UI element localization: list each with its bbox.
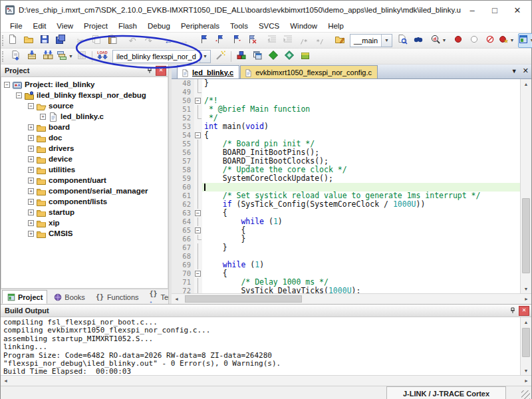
editor-tab[interactable]: led_blinky.c — [177, 65, 239, 78]
select-software-packs-button[interactable] — [265, 49, 281, 64]
chevron-down-icon[interactable]: ▼ — [530, 38, 532, 43]
tree-expander[interactable]: + — [28, 167, 34, 173]
paste-button[interactable] — [104, 33, 120, 48]
fold-collapse-icon[interactable]: − — [195, 210, 201, 216]
tree-item[interactable]: +xip — [1, 217, 168, 228]
manage-books-button[interactable] — [297, 49, 313, 64]
undo-button[interactable]: ↶ — [124, 33, 140, 48]
tree-expander[interactable]: + — [28, 124, 34, 130]
download-flash-button[interactable]: LOAD — [94, 49, 110, 64]
manage-run-time-environment-button[interactable] — [233, 49, 249, 64]
toolbar-grip[interactable] — [2, 51, 7, 62]
translate-file-button[interactable] — [8, 49, 24, 64]
build-target-button[interactable] — [24, 49, 40, 64]
panel-tab-functions[interactable]: {}Functions — [91, 290, 144, 304]
chevron-down-icon[interactable]: ▼ — [442, 38, 447, 43]
pin-icon[interactable] — [508, 307, 517, 315]
tree-expander[interactable]: + — [28, 135, 34, 141]
tree-item[interactable]: −Project: iled_blinky — [1, 79, 168, 90]
save-all-button[interactable] — [53, 33, 68, 48]
tree-expander[interactable]: + — [28, 146, 34, 152]
redo-button[interactable]: ↷ — [140, 33, 156, 48]
indent-button[interactable] — [280, 33, 296, 48]
menu-item-project[interactable]: Project — [78, 21, 113, 31]
copy-button[interactable] — [88, 33, 104, 48]
tree-expander[interactable]: − — [16, 92, 22, 98]
tree-item[interactable]: +led_blinky.c — [1, 111, 168, 122]
kill-all-breakpoints-button[interactable]: ▼ — [498, 33, 514, 48]
prev-bookmark-button[interactable] — [212, 33, 228, 48]
new-file-button[interactable] — [5, 33, 21, 48]
editor-horizontal-scrollbar[interactable]: ◄ ► — [172, 293, 531, 304]
editor-tab[interactable]: evkbimxrt1050_flexspi_nor_config.c — [240, 65, 378, 78]
tree-item[interactable]: +doc — [1, 132, 168, 143]
toggle-bookmark-button[interactable] — [196, 33, 212, 48]
build-output-close-icon[interactable]: ✕ — [519, 306, 529, 316]
tree-item[interactable]: +utilities — [1, 164, 168, 175]
project-panel-close-icon[interactable]: ✕ — [156, 66, 166, 76]
menu-item-file[interactable]: File — [5, 21, 28, 31]
pin-icon[interactable] — [145, 66, 154, 75]
navigate-forward-button[interactable]: → — [176, 33, 192, 48]
tree-item[interactable]: +component/lists — [1, 196, 168, 207]
editor-hscroll-thumb[interactable] — [185, 295, 302, 303]
find-text-combobox[interactable]: __main▼ — [350, 34, 392, 47]
outdent-button[interactable] — [264, 33, 280, 48]
menu-item-view[interactable]: View — [51, 21, 78, 31]
editor-vscroll-thumb[interactable] — [522, 198, 530, 274]
batch-build-button[interactable]: ▼ — [56, 49, 74, 64]
enable-disable-breakpoint-button[interactable] — [466, 33, 482, 48]
find-in-files-folder-button[interactable] — [332, 33, 348, 48]
fold-collapse-icon[interactable]: − — [195, 98, 201, 104]
tree-expander[interactable]: + — [28, 199, 34, 205]
chevron-down-icon[interactable]: ▼ — [381, 35, 392, 47]
tree-item[interactable]: −iled_blinky flexspi_nor_debug — [1, 90, 168, 100]
minimize-button[interactable]: – — [461, 2, 483, 18]
pack-installer-button[interactable] — [281, 49, 297, 64]
chevron-down-icon[interactable]: ▼ — [200, 51, 210, 63]
scroll-up-icon[interactable]: ▲ — [521, 79, 531, 88]
menu-item-help[interactable]: Help — [323, 21, 349, 31]
resize-grip[interactable] — [521, 390, 530, 399]
target-select-combobox[interactable]: iled_blinky flexspi_nor_d▼ — [112, 50, 211, 63]
scroll-left-icon[interactable]: ◄ — [172, 294, 182, 304]
tree-item[interactable]: +device — [1, 154, 168, 164]
editor-close-icon[interactable]: ✕ — [523, 66, 529, 75]
scroll-down-icon[interactable]: ▼ — [521, 284, 531, 293]
maximize-button[interactable]: □ — [483, 2, 506, 18]
tree-item[interactable]: +board — [1, 122, 168, 132]
menu-item-tools[interactable]: Tools — [225, 21, 253, 31]
close-button[interactable]: ✕ — [506, 2, 529, 18]
menu-item-svcs[interactable]: SVCS — [253, 21, 285, 31]
tree-item[interactable]: +startup — [1, 207, 168, 217]
navigate-back-button[interactable]: ← — [160, 33, 176, 48]
tree-item[interactable]: +drivers — [1, 143, 168, 154]
options-for-target-button[interactable] — [213, 49, 229, 64]
menu-item-peripherals[interactable]: Peripherals — [176, 21, 225, 31]
scroll-down-icon[interactable]: ▼ — [521, 366, 531, 375]
next-bookmark-button[interactable] — [228, 33, 244, 48]
tree-item[interactable]: +component/serial_manager — [1, 186, 168, 196]
tree-item[interactable]: +component/uart — [1, 175, 168, 186]
find-next-button[interactable] — [394, 33, 410, 48]
chevron-down-icon[interactable]: ▼ — [68, 54, 73, 59]
fold-collapse-icon[interactable]: − — [195, 132, 201, 138]
build-output-log[interactable]: compiling fsl_flexspi_nor_boot.c...compi… — [1, 317, 520, 375]
cut-button[interactable]: ✂ — [72, 33, 88, 48]
build-output-horizontal-scrollbar[interactable]: ◄ ► — [1, 375, 531, 386]
open-file-button[interactable] — [21, 33, 37, 48]
incremental-find-button[interactable] — [410, 33, 426, 48]
tree-expander[interactable]: + — [28, 178, 34, 184]
uncomment-selection-button[interactable]: */ — [312, 33, 328, 48]
insert-breakpoint-button[interactable] — [450, 33, 466, 48]
scroll-right-icon[interactable]: ► — [521, 294, 531, 304]
rebuild-all-button[interactable] — [40, 49, 56, 64]
chevron-down-icon[interactable]: ▼ — [510, 38, 515, 43]
tree-expander[interactable]: + — [40, 114, 46, 120]
clear-bookmarks-button[interactable] — [244, 33, 260, 48]
scroll-up-icon[interactable]: ▲ — [521, 317, 531, 327]
tree-expander[interactable]: − — [28, 103, 34, 109]
build-output-vertical-scrollbar[interactable]: ▲ ▼ — [520, 317, 531, 375]
code-editor-area[interactable]: 48}4950−/*!51 * @brief Main function52 *… — [172, 79, 520, 293]
editor-tab-list-icon[interactable]: ▼ — [511, 68, 517, 74]
